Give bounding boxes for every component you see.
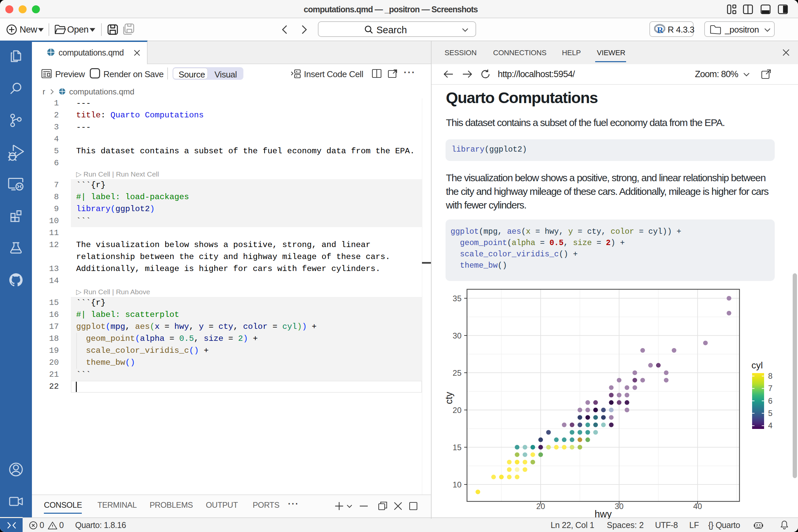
svg-text:15: 15 [453, 443, 461, 452]
svg-text:4: 4 [768, 421, 773, 430]
svg-text:25: 25 [453, 368, 461, 377]
svg-text:7: 7 [768, 384, 773, 393]
svg-text:8: 8 [768, 372, 773, 380]
svg-text:cty: cty [443, 392, 454, 404]
svg-text:30: 30 [615, 502, 624, 511]
svg-text:10: 10 [453, 480, 461, 489]
svg-text:20: 20 [453, 406, 461, 415]
svg-text:R: R [657, 25, 663, 35]
svg-text:hwy: hwy [594, 509, 612, 519]
svg-text:35: 35 [453, 294, 461, 303]
svg-text:40: 40 [693, 502, 702, 511]
svg-text:cyl: cyl [752, 360, 763, 370]
svg-text:6: 6 [768, 396, 773, 405]
svg-text:5: 5 [768, 408, 773, 418]
svg-text:20: 20 [536, 502, 545, 511]
svg-text:30: 30 [453, 331, 461, 340]
